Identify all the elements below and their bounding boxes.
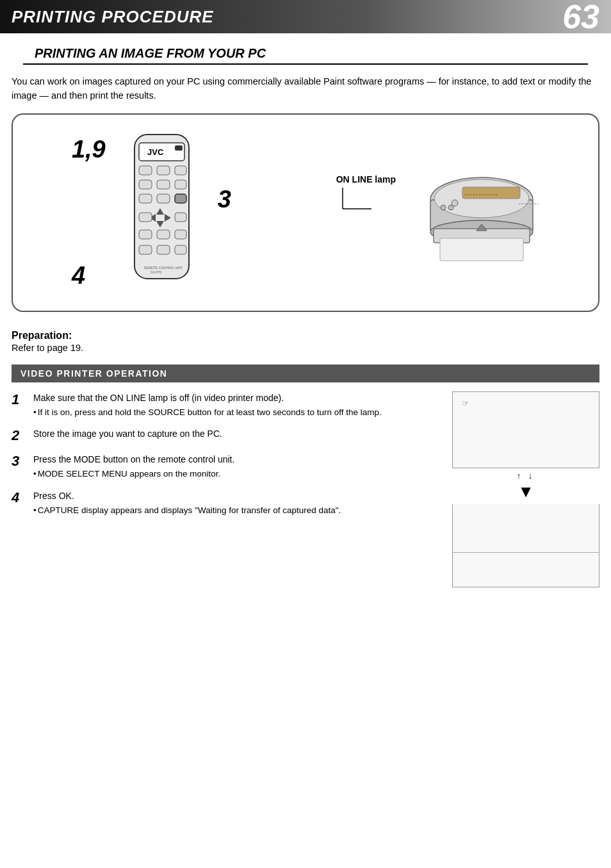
svg-point-36 <box>441 205 446 210</box>
svg-rect-3 <box>175 145 183 151</box>
step-3-bullet-1: MODE SELECT MENU appears on the monitor. <box>33 468 439 480</box>
preparation-title: Preparation: <box>12 330 599 341</box>
subtitle-container: PRINTING AN IMAGE FROM YOUR PC <box>0 33 611 67</box>
step-label-4: 4 <box>72 262 106 290</box>
svg-rect-20 <box>157 230 170 239</box>
svg-rect-23 <box>157 245 170 254</box>
svg-text:▪▪▪▪▪▪▪▪▪▪▪▪▪▪: ▪▪▪▪▪▪▪▪▪▪▪▪▪▪ <box>519 202 539 206</box>
step-4-main: Press OK. <box>33 489 439 503</box>
svg-rect-4 <box>139 166 152 175</box>
step-3-main: Press the MODE button on the remote cont… <box>33 453 439 466</box>
svg-rect-19 <box>139 230 152 239</box>
svg-rect-5 <box>157 166 170 175</box>
step-content-4: Press OK. CAPTURE display appears and di… <box>33 489 439 517</box>
step-1-bullet-1: If it is on, press and hold the SOURCE b… <box>33 406 439 419</box>
step-label-19: 1,9 <box>72 136 106 163</box>
panel-top-symbol: ☞ <box>462 398 469 408</box>
step-item-2: 2 Store the image you want to capture on… <box>12 427 439 444</box>
header-page-number: 63 <box>562 0 599 33</box>
svg-rect-18 <box>175 213 186 222</box>
svg-text:REMOTE CONTROL UNIT: REMOTE CONTROL UNIT <box>144 266 183 270</box>
svg-rect-24 <box>175 245 186 254</box>
step-number-2: 2 <box>12 427 28 444</box>
page-header: PRINTING PROCEDURE 63 <box>0 0 611 33</box>
remote-control-illustration: JVC <box>125 131 199 293</box>
step-item-3: 3 Press the MODE button on the remote co… <box>12 453 439 480</box>
intro-text: You can work on images captured on your … <box>0 67 611 113</box>
step-item-1: 1 Make sure that the ON LINE lamp is off… <box>12 391 439 419</box>
step-item-4: 4 Press OK. CAPTURE display appears and … <box>12 489 439 517</box>
svg-rect-21 <box>175 230 186 239</box>
svg-text:JVC: JVC <box>147 147 164 157</box>
svg-rect-6 <box>175 166 186 175</box>
svg-rect-12 <box>175 194 186 203</box>
steps-list: 1 Make sure that the ON LINE lamp is off… <box>12 391 439 587</box>
panel-arrows-text: ↑ ↓ <box>517 471 535 480</box>
step-number-3: 3 <box>12 453 28 470</box>
panel-inner-hr <box>453 552 599 553</box>
svg-rect-22 <box>139 245 152 254</box>
step-content-2: Store the image you want to capture on t… <box>33 427 439 442</box>
panel-down-arrow: ▼ <box>517 482 534 502</box>
printer-area: ON LINE lamp <box>336 155 539 270</box>
step-2-main: Store the image you want to capture on t… <box>33 427 439 441</box>
svg-rect-41 <box>440 238 523 261</box>
step-content-1: Make sure that the ON LINE lamp is off (… <box>33 391 439 419</box>
panel-bottom <box>452 504 599 587</box>
remote-area: 1,9 4 JVC <box>72 131 231 293</box>
panel-divider: ↑ ↓ ▼ <box>452 468 599 504</box>
display-panels: ☞ ↑ ↓ ▼ <box>452 391 599 587</box>
printer-svg: ▪▪▪▪▪▪▪▪▪▪▪▪ ▪▪▪▪▪▪▪▪▪▪▪▪▪▪ <box>398 155 539 270</box>
svg-rect-11 <box>157 194 170 203</box>
svg-point-37 <box>448 205 453 210</box>
page-subtitle: PRINTING AN IMAGE FROM YOUR PC <box>23 40 588 65</box>
left-step-labels: 1,9 4 <box>72 136 106 290</box>
svg-text:GV-PT2: GV-PT2 <box>151 270 162 274</box>
svg-rect-7 <box>139 180 152 189</box>
header-title: PRINTING PROCEDURE <box>12 7 214 27</box>
svg-rect-9 <box>175 180 186 189</box>
preparation-section: Preparation: Refer to page 19. <box>0 323 611 357</box>
svg-rect-10 <box>139 194 152 203</box>
step-1-main: Make sure that the ON LINE lamp is off (… <box>33 391 439 405</box>
svg-rect-8 <box>157 180 170 189</box>
step-content-3: Press the MODE button on the remote cont… <box>33 453 439 480</box>
section-bar: VIDEO PRINTER OPERATION <box>12 364 599 382</box>
svg-text:▪▪▪▪▪▪▪▪▪▪▪▪: ▪▪▪▪▪▪▪▪▪▪▪▪ <box>464 192 499 197</box>
svg-rect-17 <box>139 213 152 222</box>
steps-and-display: 1 Make sure that the ON LINE lamp is off… <box>0 391 611 587</box>
step-number-4: 4 <box>12 489 28 506</box>
step-4-bullet-1: CAPTURE display appears and displays "Wa… <box>33 504 439 517</box>
step-label-3: 3 <box>218 186 231 213</box>
diagram-box: 1,9 4 JVC <box>12 113 599 312</box>
preparation-text: Refer to page 19. <box>12 343 599 353</box>
on-line-lamp-label: ON LINE lamp <box>336 174 396 184</box>
panel-top: ☞ <box>452 391 599 468</box>
step-number-1: 1 <box>12 391 28 408</box>
